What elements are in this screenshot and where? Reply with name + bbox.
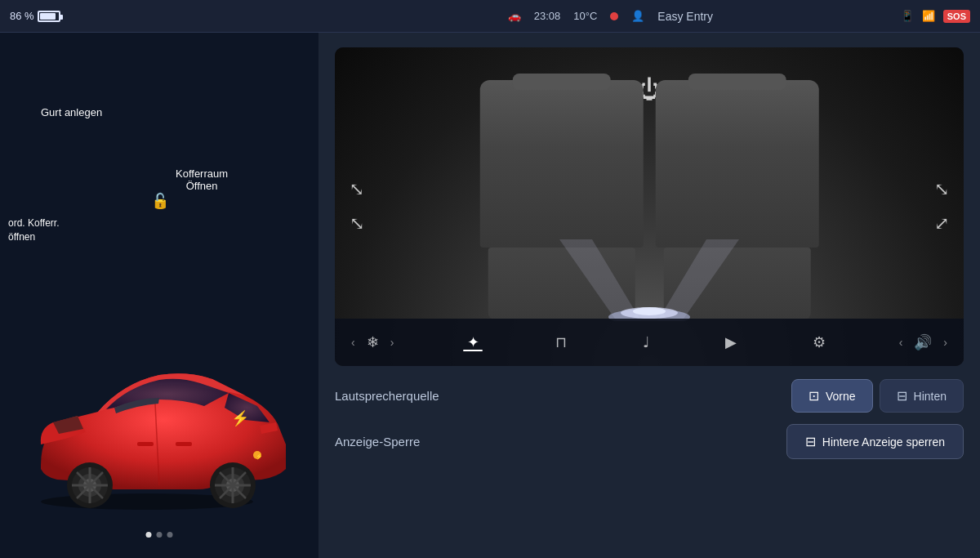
pagination-dot-3[interactable]	[167, 532, 173, 538]
music-icon[interactable]: ♩	[639, 330, 653, 355]
hinten-label: Hinten	[914, 390, 947, 403]
status-bar-center: 🚗 23:08 10°C 👤 Easy Entry	[330, 10, 891, 23]
temperature-display: 10°C	[573, 10, 597, 22]
left-seat-back	[480, 80, 644, 248]
camera-display: ⏻	[335, 47, 964, 366]
fan-speed-group: ‹ ❄ ›	[351, 330, 394, 355]
left-seat	[480, 80, 644, 319]
controls-bar: ‹ ❄ › ✦ ⊓ ♩ ▶ ⚙	[335, 319, 964, 366]
status-bar: 86 % 🚗 23:08 10°C 👤 Easy Entry 📱 📶 SOS	[0, 0, 980, 33]
hintere-anzeige-sperren-button[interactable]: ⊟ Hintere Anzeige sperren	[786, 424, 964, 459]
right-seat-back	[656, 80, 819, 248]
hinten-icon: ⊟	[897, 388, 907, 404]
pagination-dot-2[interactable]	[157, 532, 163, 538]
anzeige-sperre-row: Anzeige-Sperre ⊟ Hintere Anzeige sperren	[335, 424, 964, 459]
person-icon: 👤	[631, 10, 644, 22]
status-bar-left: 86 %	[10, 10, 320, 22]
status-bar-right: 📱 📶 SOS	[901, 10, 970, 23]
battery-icon	[38, 11, 60, 22]
rec-dot	[610, 12, 618, 20]
camera-inner: ⏻	[335, 47, 964, 366]
lautsprecherquelle-buttons: ⊡ Vorne ⊟ Hinten	[791, 379, 964, 413]
flag-icon: 🚗	[508, 10, 521, 22]
active-indicator	[463, 350, 483, 351]
right-fold-icon[interactable]: ⤡	[934, 179, 949, 200]
svg-text:⚡: ⚡	[256, 453, 263, 460]
sperren-label: Hintere Anzeige sperren	[822, 435, 945, 449]
side-controls-left: ⤢ ⤡	[350, 179, 364, 234]
tablet-icon: 📱	[901, 10, 914, 22]
gurt-anlegen-label: Gurt anlegen	[41, 106, 102, 118]
vorne-button[interactable]: ⊡ Vorne	[791, 379, 873, 413]
car-visualization: ⚡	[16, 334, 302, 517]
sos-badge: SOS	[943, 10, 970, 23]
right-seat	[656, 80, 819, 319]
volume-icon[interactable]: 🔊	[911, 330, 935, 355]
right-panel: ⏻	[318, 33, 980, 558]
lightning-icon: ⚡	[231, 409, 249, 427]
fan-speed-icon[interactable]: ❄	[363, 330, 382, 355]
left-fold-icon[interactable]: ⤢	[350, 179, 364, 200]
lock-icon[interactable]: 🔓	[151, 192, 169, 210]
wifi-icon: 📶	[922, 10, 935, 22]
side-controls-right: ⤡ ⤢	[934, 179, 949, 234]
volume-chevron-right[interactable]: ›	[943, 336, 947, 349]
left-panel: Gurt anlegen 🔓 Kofferraum Öffnen ord. Ko…	[0, 33, 318, 558]
hinten-button[interactable]: ⊟ Hinten	[880, 379, 964, 413]
main-area: Gurt anlegen 🔓 Kofferraum Öffnen ord. Ko…	[0, 33, 980, 558]
ord-kofferr-label: ord. Kofferr. öffnen	[8, 217, 59, 244]
right-headrest	[688, 74, 786, 90]
pagination-dot-1[interactable]	[146, 532, 152, 538]
vorne-icon: ⊡	[808, 388, 819, 404]
left-unfold-icon[interactable]: ⤡	[350, 213, 364, 234]
person-icon-item: 👤	[631, 10, 644, 22]
battery-section: 86 %	[10, 10, 60, 22]
settings-area: Lautsprecherquelle ⊡ Vorne ⊟ Hinten Anze…	[335, 379, 964, 543]
anzeige-sperre-label: Anzeige-Sperre	[335, 435, 420, 449]
volume-chevron-left[interactable]: ‹	[899, 336, 903, 349]
left-seat-bottom	[488, 248, 635, 319]
right-unfold-icon[interactable]: ⤢	[934, 213, 949, 234]
vorne-label: Vorne	[826, 390, 856, 403]
pagination-dots	[146, 532, 173, 538]
sperren-icon: ⊟	[805, 434, 816, 449]
lautsprecherquelle-label: Lautsprecherquelle	[335, 389, 439, 403]
svg-rect-19	[137, 442, 154, 446]
seat-icon[interactable]: ⊓	[552, 330, 570, 355]
svg-rect-18	[176, 442, 192, 446]
right-seat-bottom	[664, 248, 811, 319]
temperature-value: 10°C	[573, 10, 597, 22]
kofferraum-offnen-label: Kofferraum Öffnen	[176, 167, 228, 192]
easy-entry-label: Easy Entry	[657, 10, 713, 23]
battery-percent: 86 %	[10, 10, 34, 22]
volume-group: ‹ 🔊 ›	[899, 330, 947, 355]
time-display: 23:08	[534, 10, 561, 22]
left-headrest	[513, 74, 611, 90]
seats-container	[382, 80, 917, 319]
fan-speed-chevron-right[interactable]: ›	[390, 336, 394, 349]
settings-icon[interactable]: ⚙	[809, 330, 829, 355]
fan-speed-chevron-left[interactable]: ‹	[351, 336, 355, 349]
lautsprecherquelle-row: Lautsprecherquelle ⊡ Vorne ⊟ Hinten	[335, 379, 964, 413]
fan-active-wrapper: ✦	[464, 330, 483, 355]
flag-icon-item: 🚗	[508, 10, 521, 22]
clock: 23:08	[534, 10, 561, 22]
recording-indicator	[610, 12, 618, 20]
media-icon[interactable]: ▶	[722, 330, 740, 355]
